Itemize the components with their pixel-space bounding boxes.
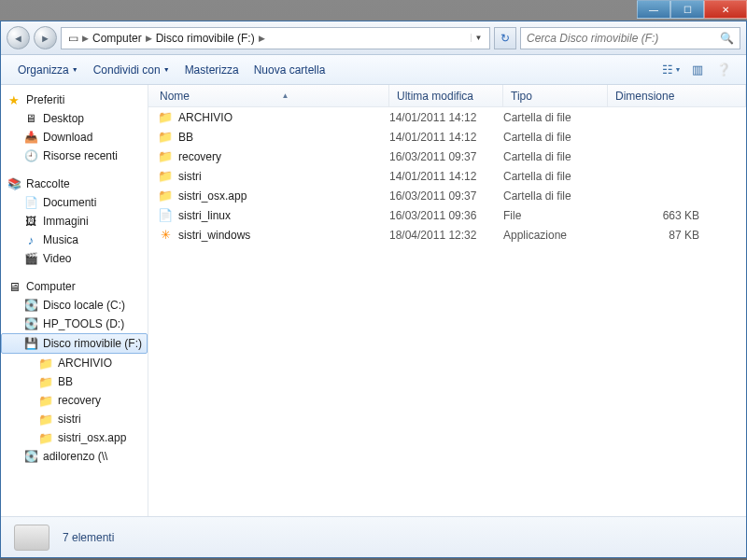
sidebar-item-music[interactable]: Musica [1,231,148,249]
folder-icon [38,393,53,408]
file-date: 16/03/2011 09:36 [389,209,503,222]
disk-icon [23,316,38,331]
column-modified[interactable]: Ultima modifica [389,85,503,106]
video-icon [23,251,38,266]
sidebar-item-recovery[interactable]: recovery [1,391,148,410]
file-size: 663 KB [608,209,746,222]
file-type: Cartella di file [503,131,608,144]
file-type: Cartella di file [503,111,608,124]
drive-icon: ▭ [65,28,81,49]
document-icon [23,195,38,210]
nav-back-button[interactable]: ◄ [7,26,30,49]
download-icon [23,130,38,145]
file-name: sistri [178,170,202,183]
file-name: sistri_linux [178,209,231,222]
images-icon [23,214,38,229]
breadcrumb-separator-icon: ▶ [81,34,90,43]
view-options-button[interactable]: ☷ ▼ [658,63,684,77]
music-icon [23,232,38,247]
toolbar-organize[interactable]: Organizza▼ [10,60,86,80]
recent-icon [23,148,38,163]
network-drive-icon [23,449,38,464]
sidebar-item-recent[interactable]: Risorse recenti [1,147,148,165]
sidebar-favorites[interactable]: Preferiti [1,91,148,109]
sidebar-item-localdisk[interactable]: Disco locale (C:) [1,296,148,315]
file-row[interactable]: recovery16/03/2011 09:37Cartella di file [148,147,746,166]
file-icon [158,208,173,223]
file-rows: ARCHIVIO14/01/2011 14:12Cartella di file… [148,107,746,516]
help-button[interactable]: ❔ [711,63,737,77]
folder-icon [158,130,173,145]
sidebar-item-bb[interactable]: BB [1,372,148,391]
sidebar-item-desktop[interactable]: Desktop [1,109,148,128]
explorer-window: ◄ ► ▭ ▶ Computer ▶ Disco rimovibile (F:)… [0,21,747,558]
file-row[interactable]: sistri_linux16/03/2011 09:36File663 KB [148,205,746,225]
address-bar[interactable]: ▭ ▶ Computer ▶ Disco rimovibile (F:) ▶ ▼ [61,27,490,49]
column-type[interactable]: Tipo [503,85,608,106]
breadcrumb-separator-icon: ▶ [145,34,153,43]
search-box[interactable]: 🔍 [520,27,740,49]
usb-icon [24,336,38,351]
refresh-button[interactable]: ↻ [494,27,516,49]
star-icon [7,92,21,107]
file-date: 14/01/2011 14:12 [389,111,503,124]
column-size[interactable]: Dimensione [608,85,746,106]
sidebar-item-removable[interactable]: Disco rimovibile (F:) [1,333,148,354]
address-bar-row: ◄ ► ▭ ▶ Computer ▶ Disco rimovibile (F:)… [1,21,746,55]
sidebar-item-video[interactable]: Video [1,249,148,268]
sidebar-item-download[interactable]: Download [1,128,148,147]
search-icon[interactable]: 🔍 [720,32,734,45]
minimize-button[interactable]: — [637,0,670,19]
file-row[interactable]: sistri14/01/2011 14:12Cartella di file [148,166,746,186]
search-input[interactable] [527,32,720,45]
breadcrumb-computer[interactable]: Computer [90,28,145,49]
toolbar-share[interactable]: Condividi con▼ [86,60,177,80]
toolbar-burn[interactable]: Masterizza [177,60,247,80]
sidebar-item-archivio[interactable]: ARCHIVIO [1,354,148,372]
toolbar-newfolder[interactable]: Nuova cartella [247,60,333,80]
sidebar-item-images[interactable]: Immagini [1,212,148,231]
sidebar-libraries[interactable]: Raccolte [1,175,148,193]
folder-icon [158,169,173,184]
file-date: 14/01/2011 14:12 [389,170,503,183]
file-row[interactable]: BB14/01/2011 14:12Cartella di file [148,127,746,147]
column-headers: Nome▲ Ultima modifica Tipo Dimensione [148,85,746,107]
sidebar-item-sistriosx[interactable]: sistri_osx.app [1,428,148,447]
file-date: 16/03/2011 09:37 [389,150,503,163]
sidebar-item-hptools[interactable]: HP_TOOLS (D:) [1,315,148,333]
sidebar-item-documents[interactable]: Documenti [1,193,148,212]
address-dropdown-icon[interactable]: ▼ [471,34,486,42]
computer-icon [7,279,21,294]
nav-forward-button[interactable]: ► [34,26,57,49]
file-row[interactable]: sistri_osx.app16/03/2011 09:37Cartella d… [148,186,746,205]
file-row[interactable]: ARCHIVIO14/01/2011 14:12Cartella di file [148,107,746,127]
drive-large-icon [14,525,49,551]
sort-asc-icon: ▲ [282,91,289,100]
libraries-icon [7,176,21,191]
file-type: File [503,209,608,222]
file-type: Cartella di file [503,170,608,183]
sidebar-item-network[interactable]: adilorenzo (\\ [1,447,148,466]
disk-icon [23,298,38,313]
content-area: Preferiti Desktop Download Risorse recen… [1,85,746,516]
file-name: recovery [178,150,221,163]
file-size: 87 KB [608,229,746,242]
folder-icon [38,374,53,389]
breadcrumb-drive[interactable]: Disco rimovibile (F:) [153,28,258,49]
sidebar-item-sistri[interactable]: sistri [1,410,148,428]
file-type: Cartella di file [503,189,608,203]
close-button[interactable]: ✕ [704,0,747,19]
file-list: Nome▲ Ultima modifica Tipo Dimensione AR… [148,85,746,516]
file-date: 18/04/2011 12:32 [389,229,503,242]
column-name[interactable]: Nome▲ [148,85,389,106]
preview-pane-button[interactable]: ▥ [684,63,711,77]
file-name: sistri_windows [178,229,250,242]
file-name: BB [178,131,193,144]
file-row[interactable]: sistri_windows18/04/2011 12:32Applicazio… [148,225,746,245]
folder-icon [38,412,53,427]
sidebar-computer[interactable]: Computer [1,277,148,296]
maximize-button[interactable]: ☐ [670,0,704,19]
folder-icon [158,110,173,125]
toolbar: Organizza▼ Condividi con▼ Masterizza Nuo… [1,55,746,85]
chevron-down-icon: ▼ [72,66,78,73]
